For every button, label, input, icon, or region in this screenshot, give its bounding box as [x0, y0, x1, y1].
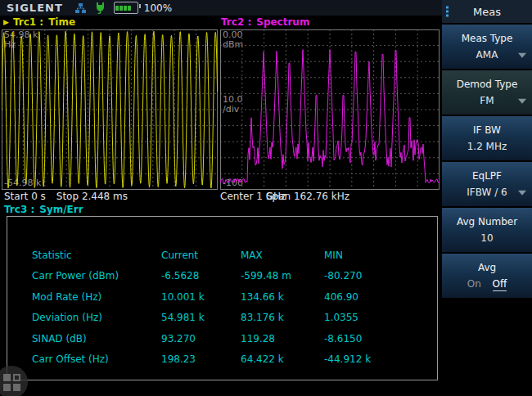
trc3-title: Trc3 :Sym/Err [4, 204, 83, 215]
analyzer-screen: SIGLENT 100% ▶Trc1 :Time Trc2 :Spectrum [0, 0, 532, 396]
button-value: 10 [480, 232, 493, 244]
table-cell: -8.6150 [324, 333, 437, 344]
toggle-option-off[interactable]: Off [493, 278, 507, 291]
table-cell: -80.270 [324, 270, 437, 281]
table-row: Deviation (Hz) 54.981 k 83.176 k 1.0355 [7, 308, 437, 329]
trc2-name: Trc2 : [221, 16, 251, 28]
lan-network-icon [74, 2, 87, 14]
table-cell: 10.001 k [161, 291, 241, 303]
button-value: FM [480, 95, 494, 106]
trc3-type: Sym/Err [39, 204, 83, 215]
trc2-type: Spectrum [256, 16, 309, 28]
brand-logo: SIGLENT [7, 2, 63, 14]
table-row: Carr Offset (Hz) 198.23 64.422 k -44.912… [7, 349, 437, 371]
sidebar-button-avg-number[interactable]: Avg Number 10 [442, 208, 532, 252]
trc1-name: Trc1 : [13, 16, 43, 28]
table-header-min: MIN [324, 250, 437, 261]
status-bar: SIGLENT 100% [0, 0, 442, 16]
table-cell: 54.981 k [161, 312, 241, 323]
sidebar-header-meas[interactable]: Meas [442, 0, 532, 23]
spectrum-chart[interactable]: 0.00dBm 10.0/div -100 [220, 29, 440, 190]
table-cell: Mod Rate (Hz) [32, 291, 161, 303]
sidebar-button-demod-type[interactable]: Demod Type FM [442, 70, 532, 115]
chevron-down-icon [518, 190, 526, 195]
table-cell: 134.66 k [241, 291, 324, 303]
button-value: IFBW / 6 [467, 187, 507, 198]
table-cell: 198.23 [161, 353, 241, 365]
sidebar-button-avg[interactable]: Avg On Off [442, 254, 532, 298]
table-cell: Carr Offset (Hz) [32, 353, 161, 365]
table-header-statistic: Statistic [32, 250, 161, 261]
battery-icon [114, 2, 138, 14]
time-plot-canvas [2, 29, 218, 190]
chevron-down-icon [518, 52, 526, 57]
grid-menu-icon [3, 374, 20, 391]
table-cell: 119.28 [241, 333, 324, 344]
table-cell: -599.48 m [241, 270, 324, 281]
trc2-title: Trc2 :Spectrum [221, 16, 309, 28]
table-header-current: Current [161, 250, 241, 261]
table-cell: 406.90 [324, 291, 437, 303]
results-panel: Statistic Current MAX MIN Carr Power (dB… [7, 216, 438, 380]
table-cell: Carr Power (dBm) [32, 270, 161, 281]
sidebar-button-if-bw[interactable]: IF BW 1.2 MHz [442, 116, 532, 160]
chevron-down-icon [518, 98, 526, 103]
button-label: Meas Type [462, 33, 513, 44]
table-row: Carr Power (dBm) -6.5628 -599.48 m -80.2… [7, 266, 437, 287]
sidebar-button-eqlpf[interactable]: EqLPF IFBW / 6 [442, 162, 532, 206]
kebab-dots-icon [446, 7, 449, 17]
table-cell: 83.176 k [241, 312, 324, 323]
sidebar-menu: Meas Meas Type AMA Demod Type FM IF BW 1… [442, 0, 532, 396]
table-row: SINAD (dB) 93.270 119.28 -8.6150 [7, 328, 437, 349]
button-value: AMA [476, 49, 498, 61]
power-plug-icon [94, 2, 106, 14]
button-label: Avg Number [457, 216, 517, 227]
table-cell: SINAD (dB) [32, 333, 161, 344]
button-label: Demod Type [457, 79, 518, 90]
table-cell: Deviation (Hz) [32, 312, 161, 323]
table-cell: 93.270 [161, 333, 241, 344]
table-header-row: Statistic Current MAX MIN [7, 245, 437, 266]
sidebar-header-label: Meas [473, 6, 501, 18]
table-header-max: MAX [241, 250, 324, 261]
span-label: Span 162.76 kHz [266, 191, 349, 202]
button-label: EqLPF [472, 170, 502, 182]
button-label: Avg [478, 262, 496, 273]
axis-label-row: Start 0 s Stop 2.448 ms Center 1 GHz Spa… [0, 191, 442, 202]
table-cell: -44.912 k [324, 353, 437, 365]
trc3-name: Trc3 : [4, 204, 34, 215]
toggle-option-on[interactable]: On [467, 278, 481, 290]
spectrum-plot-canvas [220, 29, 440, 190]
table-cell: 1.0355 [324, 312, 437, 323]
trc1-title: ▶Trc1 :Time [3, 16, 75, 28]
time-chart[interactable]: 54.98 kHz -54.98 k [2, 29, 218, 190]
trace-title-row: ▶Trc1 :Time Trc2 :Spectrum [0, 16, 442, 29]
active-trace-marker-icon: ▶ [3, 18, 9, 26]
table-row: Mod Rate (Hz) 10.001 k 134.66 k 406.90 [7, 286, 437, 308]
trc1-type: Time [48, 16, 75, 28]
table-cell: -6.5628 [161, 270, 241, 281]
table-cell: 64.422 k [241, 353, 324, 365]
button-label: IF BW [473, 124, 501, 136]
battery-label: 100% [144, 2, 172, 14]
stop-label: Stop 2.448 ms [56, 191, 128, 202]
sidebar-button-meas-type[interactable]: Meas Type AMA [442, 25, 532, 69]
button-value: 1.2 MHz [467, 141, 507, 152]
start-label: Start 0 s [4, 191, 46, 202]
